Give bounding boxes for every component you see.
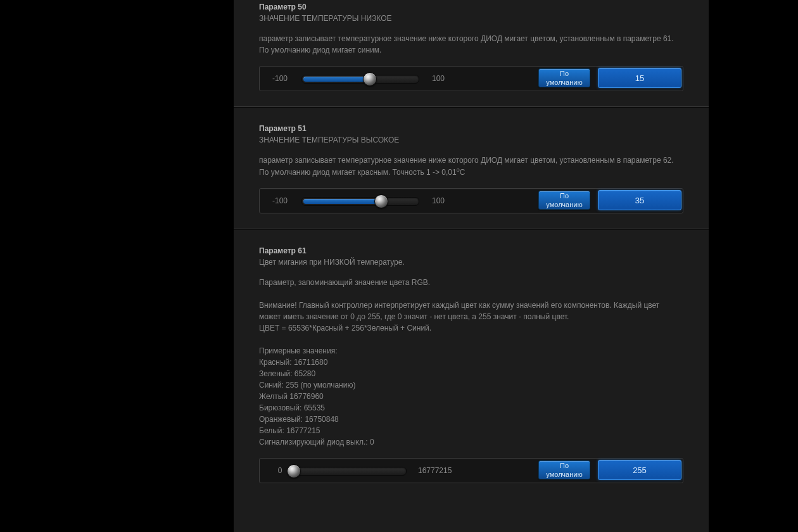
- slider-value-input[interactable]: 255: [598, 460, 681, 480]
- param-title: Параметр 61: [259, 246, 683, 255]
- default-button[interactable]: Поумолчанию: [538, 68, 590, 87]
- param-subtitle: Цвет мигания при НИЗКОЙ температуре.: [259, 258, 683, 267]
- slider-max-label: 100: [424, 66, 489, 91]
- parameter-block-61: Параметр 61 Цвет мигания при НИЗКОЙ темп…: [234, 229, 709, 498]
- parameter-block-51: Параметр 51 ЗНАЧЕНИЕ ТЕМПЕРАТУРЫ ВЫСОКОЕ…: [234, 107, 709, 229]
- slider-value-input[interactable]: 15: [598, 68, 681, 88]
- default-button[interactable]: Поумолчанию: [538, 460, 590, 479]
- param-description: параметр записывает температурное значен…: [259, 155, 683, 178]
- parameter-block-50: Параметр 50 ЗНАЧЕНИЕ ТЕМПЕРАТУРЫ НИЗКОЕ …: [234, 0, 709, 107]
- slider-container: -100 100 Поумолчанию 15: [259, 66, 683, 91]
- slider-knob[interactable]: [287, 464, 301, 478]
- slider-container: -100 100 Поумолчанию 35: [259, 188, 683, 213]
- slider-track[interactable]: [301, 197, 419, 206]
- param-subtitle: ЗНАЧЕНИЕ ТЕМПЕРАТУРЫ НИЗКОЕ: [259, 14, 683, 23]
- slider-max-label: 100: [424, 189, 489, 213]
- slider-track[interactable]: [301, 75, 419, 84]
- slider-value-input[interactable]: 35: [598, 190, 681, 210]
- param-description: параметр записывает температурное значен…: [259, 33, 683, 56]
- param-description: Параметр, запоминающий значение цвета RG…: [259, 277, 683, 448]
- param-title: Параметр 50: [259, 3, 683, 11]
- slider-container: 0 16777215 Поумолчанию 255: [259, 458, 683, 483]
- slider-max-label: 16777215: [410, 459, 475, 483]
- slider-knob[interactable]: [374, 194, 388, 208]
- param-subtitle: ЗНАЧЕНИЕ ТЕМПЕРАТУРЫ ВЫСОКОЕ: [259, 136, 683, 144]
- slider-min-label: -100: [260, 66, 300, 91]
- slider-track[interactable]: [289, 467, 407, 476]
- default-button[interactable]: Поумолчанию: [538, 191, 590, 210]
- slider-fill: [303, 77, 370, 82]
- slider-fill: [303, 199, 382, 204]
- slider-knob[interactable]: [363, 72, 377, 86]
- parameters-panel: Параметр 50 ЗНАЧЕНИЕ ТЕМПЕРАТУРЫ НИЗКОЕ …: [234, 0, 709, 532]
- param-title: Параметр 51: [259, 124, 683, 133]
- slider-min-label: -100: [260, 189, 300, 213]
